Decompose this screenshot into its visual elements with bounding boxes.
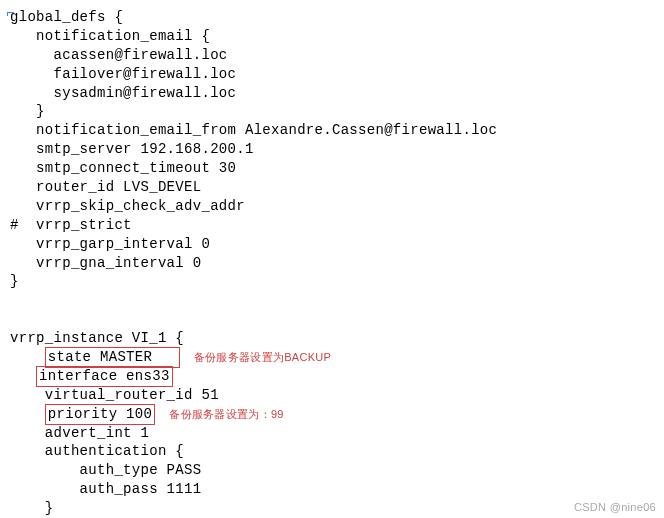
watermark: CSDN @nine06 [574,500,656,515]
config-line: authentication { [10,442,654,461]
config-line: sysadmin@firewall.loc [10,84,654,103]
config-line: } [10,102,654,121]
config-line: virtual_router_id 51 [10,386,654,405]
indent [10,349,45,365]
config-line: smtp_server 192.168.200.1 [10,140,654,159]
config-line: notification_email { [10,27,654,46]
config-line: # vrrp_strict [10,216,654,235]
indent [10,406,45,422]
config-line: interface ens33 [10,367,654,386]
indent [10,368,36,384]
config-line: failover@firewall.loc [10,65,654,84]
config-line: acassen@firewall.loc [10,46,654,65]
config-line: global_defs { [10,8,654,27]
config-line: advert_int 1 [10,424,654,443]
config-line: state MASTER备份服务器设置为BACKUP [10,348,654,367]
config-line: vrrp_garp_interval 0 [10,235,654,254]
config-line: } [10,499,654,518]
config-line [10,291,654,310]
highlight-state: state MASTER [45,347,180,368]
config-line [10,310,654,329]
config-line: vrrp_skip_check_adv_addr [10,197,654,216]
highlight-priority: priority 100 [45,404,155,425]
annotation-priority: 备份服务器设置为：99 [169,408,284,420]
config-line: vrrp_instance VI_1 { [10,329,654,348]
config-line: } [10,272,654,291]
config-line: auth_type PASS [10,461,654,480]
config-line: priority 100备份服务器设置为：99 [10,405,654,424]
config-line: notification_email_from Alexandre.Cassen… [10,121,654,140]
config-line: smtp_connect_timeout 30 [10,159,654,178]
config-line: vrrp_gna_interval 0 [10,254,654,273]
highlight-interface: interface ens33 [36,366,173,387]
config-line: router_id LVS_DEVEL [10,178,654,197]
annotation-backup: 备份服务器设置为BACKUP [194,351,331,363]
config-line: auth_pass 1111 [10,480,654,499]
